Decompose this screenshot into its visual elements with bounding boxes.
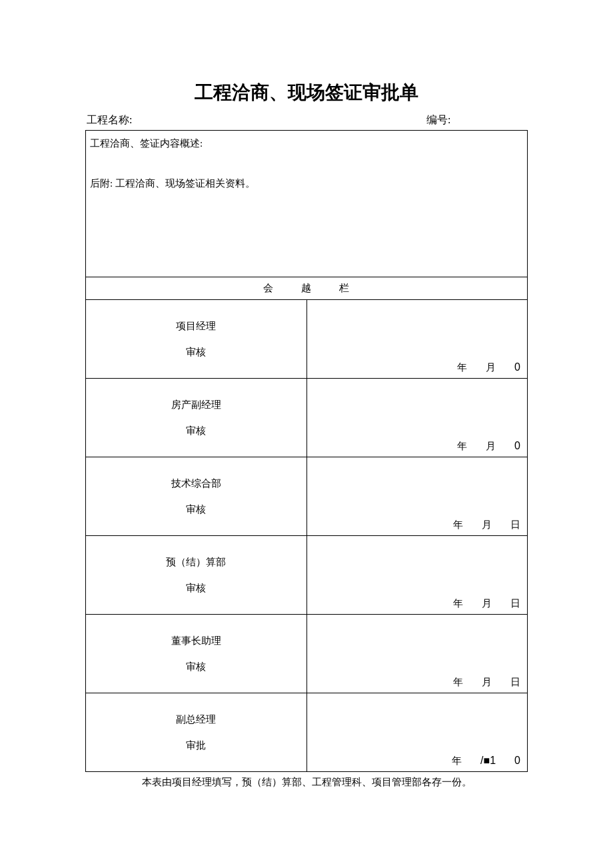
action-label: 审批 (86, 733, 306, 759)
role-cell: 副总经理 审批 (86, 693, 307, 772)
action-label: 审核 (86, 418, 306, 444)
date-line: 年月日 (311, 676, 521, 689)
table-row: 董事长助理 审核 年月日 (86, 615, 528, 693)
year-label: 年 (453, 519, 463, 530)
signature-cell: 年/■10 (306, 693, 528, 772)
month-label: 月 (486, 441, 496, 451)
date-line: 年月0 (311, 361, 521, 374)
action-label: 审核 (86, 497, 306, 523)
section-char-2: 越 (301, 283, 312, 293)
date-line: 年月0 (311, 440, 521, 453)
role-cell: 预（结）算部 审核 (86, 536, 307, 615)
number-label: 编号: (426, 113, 526, 127)
section-header: 会越栏 (86, 277, 528, 300)
section-char-1: 会 (263, 283, 275, 293)
role-label: 房产副经理 (86, 392, 306, 418)
year-label: 年 (453, 677, 463, 687)
month-label: /■1 (480, 755, 496, 767)
month-label: 月 (482, 519, 492, 530)
role-label: 预（结）算部 (86, 549, 306, 575)
date-line: 年月日 (311, 519, 521, 531)
day-label: 0 (514, 440, 520, 452)
signature-cell: 年月日 (306, 615, 528, 693)
signature-cell: 年月0 (306, 379, 528, 457)
signature-cell: 年月日 (306, 536, 528, 615)
description-cell: 工程洽商、签证内容概述: 后附: 工程洽商、现场签证相关资料。 (86, 131, 528, 277)
role-label: 项目经理 (86, 313, 306, 339)
table-row: 项目经理 审核 年月0 (86, 300, 528, 379)
approval-table: 工程洽商、签证内容概述: 后附: 工程洽商、现场签证相关资料。 会越栏 项目经理… (85, 130, 528, 772)
action-label: 审核 (86, 575, 306, 601)
year-label: 年 (457, 362, 467, 373)
role-cell: 技术综合部 审核 (86, 457, 307, 536)
header-row: 工程名称: 编号: (85, 113, 528, 130)
day-label: 日 (510, 598, 520, 609)
day-label: 日 (510, 677, 520, 687)
desc-line-2: 后附: 工程洽商、现场签证相关资料。 (90, 173, 523, 193)
signature-cell: 年月日 (306, 457, 528, 536)
day-label: 日 (510, 519, 520, 530)
action-label: 审核 (86, 339, 306, 365)
table-row: 预（结）算部 审核 年月日 (86, 536, 528, 615)
year-label: 年 (453, 598, 463, 609)
role-cell: 董事长助理 审核 (86, 615, 307, 693)
role-label: 副总经理 (86, 707, 306, 733)
date-line: 年月日 (311, 597, 521, 610)
role-cell: 项目经理 审核 (86, 300, 307, 379)
day-label: 0 (514, 755, 520, 767)
footer-note: 本表由项目经理填写，预（结）算部、工程管理科、项目管理部各存一份。 (85, 776, 528, 789)
month-label: 月 (486, 362, 496, 373)
year-label: 年 (452, 755, 462, 766)
table-row: 房产副经理 审核 年月0 (86, 379, 528, 457)
table-row: 副总经理 审批 年/■10 (86, 693, 528, 772)
role-label: 董事长助理 (86, 628, 306, 654)
role-label: 技术综合部 (86, 471, 306, 497)
project-name-label: 工程名称: (87, 113, 426, 127)
month-label: 月 (482, 598, 492, 609)
role-cell: 房产副经理 审核 (86, 379, 307, 457)
signature-cell: 年月0 (306, 300, 528, 379)
table-row: 技术综合部 审核 年月日 (86, 457, 528, 536)
section-char-3: 栏 (339, 283, 350, 293)
month-label: 月 (482, 677, 492, 687)
action-label: 审核 (86, 654, 306, 680)
form-title: 工程洽商、现场签证审批单 (85, 80, 528, 105)
year-label: 年 (457, 441, 467, 451)
desc-line-1: 工程洽商、签证内容概述: (90, 133, 523, 153)
date-line: 年/■10 (311, 755, 521, 767)
day-label: 0 (514, 361, 520, 373)
